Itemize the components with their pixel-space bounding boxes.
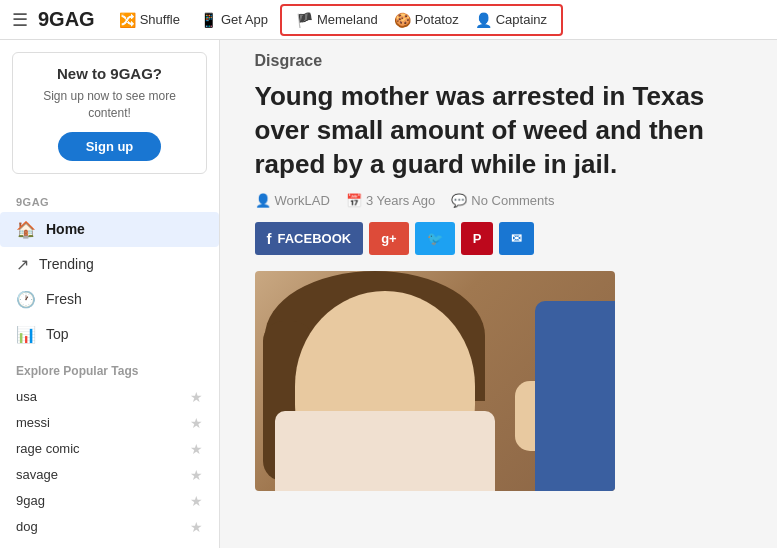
nav-get-app[interactable]: 📱 Get App <box>192 8 276 32</box>
nav-memeland[interactable]: 🏴 Memeland <box>290 10 384 30</box>
tag-9gag-label: 9gag <box>16 493 45 508</box>
tag-messi-label: messi <box>16 415 50 430</box>
header: ☰ 9GAG 🔀 Shuffle 📱 Get App 🏴 Memeland 🍪 … <box>0 0 777 40</box>
tag-savage[interactable]: savage ★ <box>0 462 219 488</box>
gplus-share-button[interactable]: g+ <box>369 222 409 255</box>
shirt <box>275 411 495 491</box>
facebook-share-button[interactable]: f FACEBOOK <box>255 222 364 255</box>
article-date: 3 Years Ago <box>366 193 435 208</box>
star-icon-usa[interactable]: ★ <box>190 389 203 405</box>
article-meta: 👤 WorkLAD 📅 3 Years Ago 💬 No Comments <box>255 193 743 208</box>
sidebar-item-trending[interactable]: ↗ Trending <box>0 247 219 282</box>
meta-date: 📅 3 Years Ago <box>346 193 435 208</box>
twitter-share-button[interactable]: 🐦 <box>415 222 455 255</box>
top-icon: 📊 <box>16 325 36 344</box>
tag-relationship[interactable]: relationship ★ <box>0 540 219 548</box>
star-icon-savage[interactable]: ★ <box>190 467 203 483</box>
site-logo[interactable]: 9GAG <box>38 8 95 31</box>
sidebar-item-home[interactable]: 🏠 Home <box>0 212 219 247</box>
email-share-button[interactable]: ✉ <box>499 222 534 255</box>
potatoz-icon: 🍪 <box>394 12 411 28</box>
sidebar-trending-label: Trending <box>39 256 94 272</box>
sidebar: New to 9GAG? Sign up now to see more con… <box>0 40 220 548</box>
home-icon: 🏠 <box>16 220 36 239</box>
article-title: Young mother was arrested in Texas over … <box>255 80 743 181</box>
trending-icon: ↗ <box>16 255 29 274</box>
nav-shuffle-label: Shuffle <box>140 12 180 27</box>
gplus-icon: g+ <box>381 231 397 246</box>
calendar-icon: 📅 <box>346 193 362 208</box>
right-person <box>535 301 615 491</box>
fresh-icon: 🕐 <box>16 290 36 309</box>
facebook-icon: f <box>267 230 272 247</box>
sidebar-item-top[interactable]: 📊 Top <box>0 317 219 352</box>
promo-subtitle: Sign up now to see more content! <box>25 88 194 122</box>
article-image <box>255 271 615 491</box>
article-container: Disgrace Young mother was arrested in Te… <box>239 40 759 503</box>
nav-shuffle[interactable]: 🔀 Shuffle <box>111 8 188 32</box>
tag-usa[interactable]: usa ★ <box>0 384 219 410</box>
image-figure <box>255 271 615 491</box>
nav-potatoz[interactable]: 🍪 Potatoz <box>388 10 465 30</box>
tag-savage-label: savage <box>16 467 58 482</box>
layout: New to 9GAG? Sign up now to see more con… <box>0 40 777 548</box>
comment-count: No Comments <box>471 193 554 208</box>
tag-dog-label: dog <box>16 519 38 534</box>
tag-rage-comic-label: rage comic <box>16 441 80 456</box>
promo-box: New to 9GAG? Sign up now to see more con… <box>12 52 207 174</box>
sidebar-home-label: Home <box>46 221 85 237</box>
star-icon-messi[interactable]: ★ <box>190 415 203 431</box>
star-icon-rage-comic[interactable]: ★ <box>190 441 203 457</box>
facebook-label: FACEBOOK <box>278 231 352 246</box>
main-content: Disgrace Young mother was arrested in Te… <box>220 40 777 548</box>
sidebar-section-9gag: 9GAG <box>0 186 219 212</box>
promo-title: New to 9GAG? <box>25 65 194 82</box>
sidebar-item-fresh[interactable]: 🕐 Fresh <box>0 282 219 317</box>
meta-author: 👤 WorkLAD <box>255 193 330 208</box>
tag-dog[interactable]: dog ★ <box>0 514 219 540</box>
twitter-icon: 🐦 <box>427 231 443 246</box>
nav-potatoz-label: Potatoz <box>415 12 459 27</box>
sidebar-fresh-label: Fresh <box>46 291 82 307</box>
nav-memeland-label: Memeland <box>317 12 378 27</box>
pinterest-icon: P <box>473 231 482 246</box>
signup-button[interactable]: Sign up <box>58 132 162 161</box>
shuffle-icon: 🔀 <box>119 12 136 28</box>
memeland-icon: 🏴 <box>296 12 313 28</box>
social-buttons: f FACEBOOK g+ 🐦 P ✉ <box>255 222 743 255</box>
tag-usa-label: usa <box>16 389 37 404</box>
sidebar-top-label: Top <box>46 326 69 342</box>
comment-icon: 💬 <box>451 193 467 208</box>
tag-rage-comic[interactable]: rage comic ★ <box>0 436 219 462</box>
header-nav: 🔀 Shuffle 📱 Get App 🏴 Memeland 🍪 Potatoz… <box>111 4 563 36</box>
explore-tags-label: Explore Popular Tags <box>0 352 219 384</box>
category-label: Disgrace <box>255 52 743 70</box>
tag-9gag[interactable]: 9gag ★ <box>0 488 219 514</box>
star-icon-relationship[interactable]: ★ <box>190 545 203 548</box>
meta-comments: 💬 No Comments <box>451 193 554 208</box>
captainz-icon: 👤 <box>475 12 492 28</box>
app-icon: 📱 <box>200 12 217 28</box>
nav-group-highlighted: 🏴 Memeland 🍪 Potatoz 👤 Captainz <box>280 4 563 36</box>
author-icon: 👤 <box>255 193 271 208</box>
email-icon: ✉ <box>511 231 522 246</box>
star-icon-dog[interactable]: ★ <box>190 519 203 535</box>
author-name: WorkLAD <box>275 193 330 208</box>
hamburger-icon[interactable]: ☰ <box>12 9 28 31</box>
tag-messi[interactable]: messi ★ <box>0 410 219 436</box>
pinterest-share-button[interactable]: P <box>461 222 494 255</box>
star-icon-9gag[interactable]: ★ <box>190 493 203 509</box>
nav-captainz-label: Captainz <box>496 12 547 27</box>
nav-getapp-label: Get App <box>221 12 268 27</box>
nav-captainz[interactable]: 👤 Captainz <box>469 10 553 30</box>
